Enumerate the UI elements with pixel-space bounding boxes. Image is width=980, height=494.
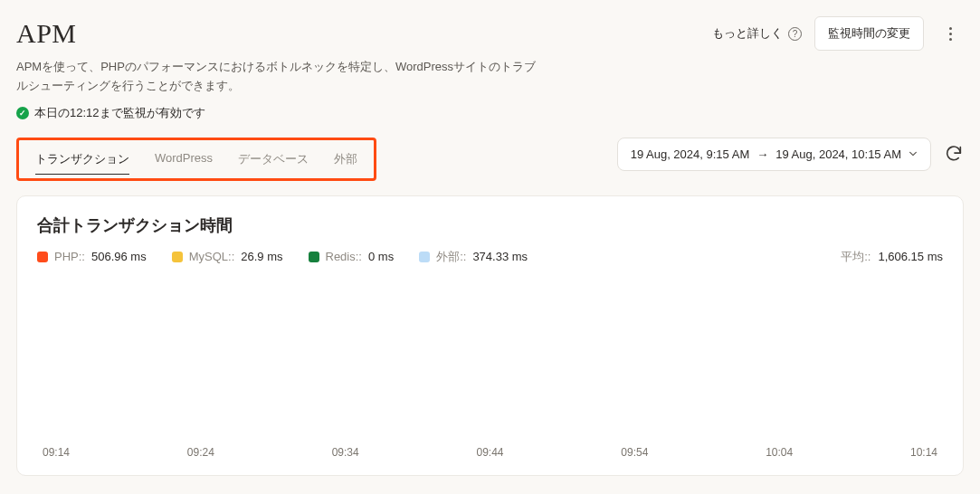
time-range-picker[interactable]: 19 Aug, 2024, 9:15 AM → 19 Aug, 2024, 10…	[617, 138, 931, 171]
legend-value: 26.9 ms	[241, 250, 282, 263]
legend-label: Redis::	[326, 250, 362, 263]
legend-item-php: PHP:: 506.96 ms	[37, 249, 147, 265]
more-menu-button[interactable]	[937, 20, 964, 47]
average-label: 平均::	[841, 249, 871, 265]
arrow-right-icon: →	[756, 147, 768, 161]
x-tick: 10:04	[766, 446, 793, 459]
swatch-php	[37, 252, 48, 262]
time-controls: 19 Aug, 2024, 9:15 AM → 19 Aug, 2024, 10…	[617, 138, 964, 171]
swatch-mysql	[172, 252, 183, 262]
swatch-external	[419, 252, 430, 262]
tab-external[interactable]: 外部	[334, 142, 357, 178]
legend-label: 外部::	[436, 249, 466, 265]
x-axis: 09:1409:2409:3409:4409:5410:0410:14	[37, 446, 943, 459]
swatch-redis	[309, 252, 319, 262]
tab-database[interactable]: データベース	[238, 142, 309, 178]
change-monitor-time-button[interactable]: 監視時間の変更	[814, 16, 924, 51]
learn-more-link[interactable]: もっと詳しく ?	[712, 25, 802, 42]
legend-item-external: 外部:: 374.33 ms	[419, 249, 528, 265]
legend-item-redis: Redis:: 0 ms	[309, 249, 395, 265]
tab-wordpress[interactable]: WordPress	[155, 142, 213, 178]
x-tick: 10:14	[910, 446, 937, 459]
legend-label: PHP::	[54, 250, 85, 263]
chart-legend: PHP:: 506.96 ms MySQL:: 26.9 ms Redis:: …	[37, 249, 943, 265]
monitoring-status: ✓ 本日の12:12まで監視が有効です	[0, 96, 980, 121]
page-title: APM	[16, 18, 77, 49]
page-description: APMを使って、PHPのパフォーマンスにおけるボトルネックを特定し、WordPr…	[0, 51, 561, 96]
time-range-to: 19 Aug, 2024, 10:15 AM	[775, 147, 901, 161]
status-ok-icon: ✓	[16, 107, 29, 119]
tab-transactions[interactable]: トランザクション	[35, 142, 129, 178]
tabs-group: トランザクション WordPress データベース 外部	[16, 138, 376, 181]
legend-value: 506.96 ms	[91, 250, 147, 263]
average-value: 1,606.15 ms	[878, 250, 943, 263]
x-tick: 09:34	[332, 446, 359, 459]
stacked-bar-chart: 09:1409:2409:3409:4409:5410:0410:14	[37, 278, 943, 459]
x-tick: 09:54	[621, 446, 648, 459]
chart-title: 合計トランザクション時間	[37, 214, 943, 236]
header-actions: もっと詳しく ? 監視時間の変更	[712, 16, 964, 51]
legend-average: 平均:: 1,606.15 ms	[841, 249, 943, 265]
legend-value: 374.33 ms	[472, 250, 528, 263]
refresh-icon[interactable]	[944, 144, 964, 164]
help-icon: ?	[788, 27, 802, 41]
x-tick: 09:24	[187, 446, 214, 459]
legend-item-mysql: MySQL:: 26.9 ms	[172, 249, 283, 265]
status-text: 本日の12:12まで監視が有効です	[34, 105, 205, 121]
time-range-from: 19 Aug, 2024, 9:15 AM	[631, 147, 750, 161]
legend-label: MySQL::	[189, 250, 235, 263]
legend-value: 0 ms	[368, 250, 394, 263]
chevron-down-icon	[909, 149, 918, 158]
transaction-time-card: 合計トランザクション時間 PHP:: 506.96 ms MySQL:: 26.…	[16, 195, 964, 476]
learn-more-label: もっと詳しく	[712, 25, 783, 42]
x-tick: 09:44	[476, 446, 503, 459]
x-tick: 09:14	[43, 446, 70, 459]
